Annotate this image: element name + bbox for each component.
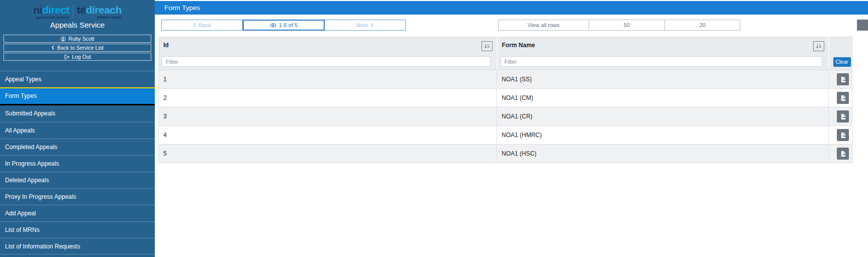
sidebar-item-proxy-in-progress-appeals[interactable]: Proxy In Progress Appeals (0, 188, 155, 205)
id-filter-input[interactable] (162, 56, 491, 67)
logo-ni: ni (33, 4, 42, 16)
file-export-icon (840, 113, 846, 120)
sort-id-button[interactable] (481, 41, 493, 51)
file-export-icon (840, 76, 846, 83)
column-header-actions (829, 37, 852, 54)
user-button-label: Ruby Scott (68, 36, 94, 42)
file-export-icon (840, 132, 846, 139)
file-export-icon (840, 151, 846, 157)
back-page-button[interactable]: ❮ Back (161, 20, 243, 31)
form-name-filter-input[interactable] (501, 56, 822, 67)
log-out-button[interactable]: Log Out (4, 53, 151, 61)
table-row: 3 NOA1 (CR) (159, 107, 852, 126)
sidebar-item-list-of-information-requests[interactable]: List of Information Requests (0, 238, 155, 254)
sidebar-item-in-progress-appeals[interactable]: In Progress Appeals (0, 155, 155, 172)
logo-te: té (77, 4, 86, 16)
nidirect-logo: nidirect government services tédíreach s… (0, 5, 155, 20)
eye-icon (270, 22, 276, 29)
user-icon (60, 36, 66, 42)
back-page-label: Back (199, 22, 211, 28)
sort-icon (815, 43, 822, 50)
sidebar-item-add-appeal[interactable]: Add Appeal (0, 205, 155, 221)
form-types-table: Id Form Name Clear (158, 37, 852, 163)
column-header-form-name: Form Name (497, 37, 829, 54)
table-row: 2 NOA1 (CM) (159, 89, 852, 107)
logo-direach: díreach (86, 4, 122, 16)
service-title: Appeals Service (0, 21, 155, 29)
filter-row: Clear (159, 54, 852, 70)
user-button[interactable]: Ruby Scott (4, 35, 151, 43)
cell-form-name: NOA1 (SS) (497, 70, 829, 89)
logo-separator (73, 5, 73, 18)
logo-english: nidirect government services (33, 5, 69, 20)
sort-form-name-button[interactable] (813, 41, 824, 51)
pagination-controls: ❮ Back 1-5 of 5 Next ❯ (161, 20, 406, 31)
file-export-icon (840, 95, 846, 101)
cell-form-name: NOA1 (CR) (497, 107, 829, 126)
page-status-button[interactable]: 1-5 of 5 (243, 20, 325, 31)
sidebar: nidirect government services tédíreach s… (0, 0, 155, 257)
export-row-button[interactable] (837, 110, 849, 122)
chevron-left-icon: ❮ (193, 23, 197, 27)
next-page-button[interactable]: Next ❯ (325, 20, 406, 31)
logout-icon (64, 54, 69, 60)
page-size-controls: View all rows 50 20 (498, 20, 740, 31)
cell-id: 1 (159, 70, 497, 89)
scroll-corner-block[interactable] (857, 20, 868, 31)
export-row-button[interactable] (837, 129, 849, 141)
sidebar-nav: Appeal Types Form Types Submitted Appeal… (0, 71, 155, 254)
page-size-20-button[interactable]: 20 (665, 20, 740, 31)
page-status-label: 1-5 of 5 (279, 22, 298, 28)
table-header-row: Id Form Name (159, 37, 852, 54)
logo-direct: direct (42, 4, 69, 16)
page-title: Form Types (155, 1, 868, 15)
table-row: 1 NOA1 (SS) (159, 70, 852, 89)
sidebar-item-form-types[interactable]: Form Types (0, 87, 155, 105)
back-to-service-list-label: Back to Service List (57, 45, 104, 51)
cell-id: 3 (159, 107, 497, 126)
sidebar-item-list-of-mrns[interactable]: List of MRNs (0, 221, 155, 238)
cell-form-name: NOA1 (CM) (497, 89, 829, 107)
export-row-button[interactable] (837, 92, 849, 104)
next-page-label: Next (356, 22, 368, 28)
back-to-service-list-button[interactable]: ❮ Back to Service List (4, 44, 151, 52)
cell-form-name: NOA1 (HMRC) (497, 126, 829, 145)
table-row: 5 NOA1 (HSC) (159, 145, 852, 163)
chevron-right-icon: ❯ (370, 23, 374, 27)
table-row: 4 NOA1 (HMRC) (159, 126, 852, 145)
cell-id: 4 (159, 126, 497, 145)
page-size-50-button[interactable]: 50 (589, 20, 665, 31)
view-all-rows-button[interactable]: View all rows (498, 20, 589, 31)
sidebar-item-deleted-appeals[interactable]: Deleted Appeals (0, 172, 155, 188)
sidebar-item-appeal-types[interactable]: Appeal Types (0, 71, 155, 87)
column-header-id: Id (159, 37, 497, 54)
cell-id: 5 (159, 145, 497, 163)
log-out-label: Log Out (72, 54, 90, 60)
logo-tagline-ga: seirbhísí rialtais (97, 16, 122, 20)
export-row-button[interactable] (837, 148, 849, 160)
sidebar-buttons: Ruby Scott ❮ Back to Service List Log Ou… (4, 35, 151, 62)
clear-filters-button[interactable]: Clear (833, 57, 851, 67)
sidebar-item-submitted-appeals[interactable]: Submitted Appeals (0, 105, 155, 122)
export-row-button[interactable] (837, 73, 849, 85)
sidebar-item-all-appeals[interactable]: All Appeals (0, 122, 155, 139)
cell-form-name: NOA1 (HSC) (497, 145, 829, 163)
logo-tagline-en: government services (37, 16, 69, 20)
sort-icon (484, 43, 491, 50)
logo-irish: tédíreach seirbhísí rialtais (77, 5, 122, 20)
chevron-left-icon: ❮ (51, 46, 55, 50)
sidebar-item-completed-appeals[interactable]: Completed Appeals (0, 139, 155, 155)
form-types-table-wrapper: Id Form Name Clear (158, 37, 852, 163)
cell-id: 2 (159, 89, 497, 107)
